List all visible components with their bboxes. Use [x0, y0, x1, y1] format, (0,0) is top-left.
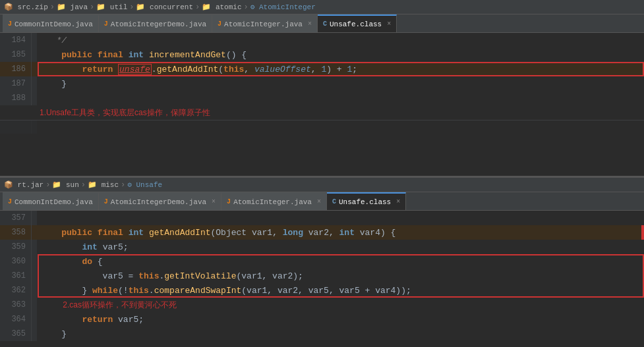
class-icon: C: [323, 20, 327, 28]
breadcrumb-unsafe: ⚙ Unsafe: [127, 180, 162, 189]
java-icon-2: J: [104, 20, 108, 28]
class-icon-b: C: [332, 198, 336, 205]
breadcrumb-atomic: 📁 atomic: [202, 3, 241, 11]
tab-atomic-integer[interactable]: J AtomicInteger.java ×: [212, 14, 318, 33]
breadcrumb-rt-jar: 📦 rt.jar: [4, 180, 44, 189]
java-icon-b1: J: [8, 198, 12, 205]
code-line-360: 360 do {: [0, 254, 644, 269]
tab-bottom-common-int[interactable]: J CommonIntDemo.java: [3, 192, 99, 211]
breadcrumb-atomicinteger: ⚙ AtomicInteger: [250, 3, 316, 11]
code-line-358: 358 public final int getAndAddInt(Object…: [0, 225, 644, 240]
code-line-186: 186 return unsafe.getAndAddInt(this, val…: [0, 62, 644, 76]
java-icon-b2: J: [104, 198, 108, 205]
java-icon-3: J: [218, 20, 221, 28]
breadcrumb-java: 📁 java: [57, 3, 88, 11]
bottom-tab-bar: J CommonIntDemo.java J AtomicIntegerDemo…: [0, 192, 644, 211]
code-line-357: 357: [0, 211, 644, 225]
breadcrumb-util: 📁 util: [96, 3, 127, 11]
code-line-188: 188: [0, 91, 644, 105]
java-icon-b3: J: [227, 198, 231, 205]
code-line-364: 364 return var5;: [0, 312, 644, 327]
close-icon-b2[interactable]: ×: [317, 198, 321, 205]
code-line-184: 184 */: [0, 33, 644, 47]
close-icon-b1[interactable]: ×: [212, 198, 216, 205]
tab-atomic-integer-demo[interactable]: J AtomicIntegerDemo.java: [99, 14, 212, 33]
top-code-panel: 184 */ 185 public final int incrementAnd…: [0, 33, 644, 178]
code-line-359: 359 int var5;: [0, 240, 644, 254]
tab-bottom-atomic-integer[interactable]: J AtomicInteger.java ×: [221, 192, 327, 211]
close-icon-2[interactable]: ×: [387, 20, 391, 28]
code-line-365: 365 }: [0, 327, 644, 341]
breadcrumb-concurrent: 📁 concurrent: [136, 3, 193, 11]
close-icon-1[interactable]: ×: [308, 20, 312, 28]
tab-bottom-atomic-demo[interactable]: J AtomicIntegerDemo.java ×: [99, 192, 221, 211]
tab-unsafe-class-top[interactable]: C Unsafe.class ×: [318, 14, 397, 33]
breadcrumb-src: 📦 src.zip: [4, 3, 48, 11]
code-line-185: 185 public final int incrementAndGet() {: [0, 47, 644, 62]
tab-common-int-demo[interactable]: J CommonIntDemo.java: [3, 14, 99, 33]
breadcrumb-sun: 📁 sun: [52, 180, 78, 189]
breadcrumb-misc: 📁 misc: [88, 180, 119, 189]
java-icon: J: [8, 20, 12, 28]
ide-window: 📦 src.zip › 📁 java › 📁 util › 📁 concurre…: [0, 0, 644, 347]
top-breadcrumb: 📦 src.zip › 📁 java › 📁 util › 📁 concurre…: [0, 0, 644, 14]
bottom-breadcrumb: 📦 rt.jar › 📁 sun › 📁 misc › ⚙ Unsafe: [0, 178, 644, 192]
code-line-187: 187 }: [0, 76, 644, 91]
code-line-361: 361 var5 = this.getIntVolatile(var1, var…: [0, 269, 644, 283]
top-tab-bar: J CommonIntDemo.java J AtomicIntegerDemo…: [0, 14, 644, 33]
code-line-363: 363 2.cas循环操作，不到黄河心不死: [0, 298, 644, 312]
tab-bottom-unsafe-class[interactable]: C Unsafe.class ×: [327, 192, 406, 211]
bottom-code-panel: 357 358 public final int getAndAddInt(Ob…: [0, 211, 644, 347]
top-annotation: 1.Unsafe工具类，实现底层cas操作，保障原子性: [0, 105, 644, 120]
close-icon-b3[interactable]: ×: [396, 198, 400, 205]
